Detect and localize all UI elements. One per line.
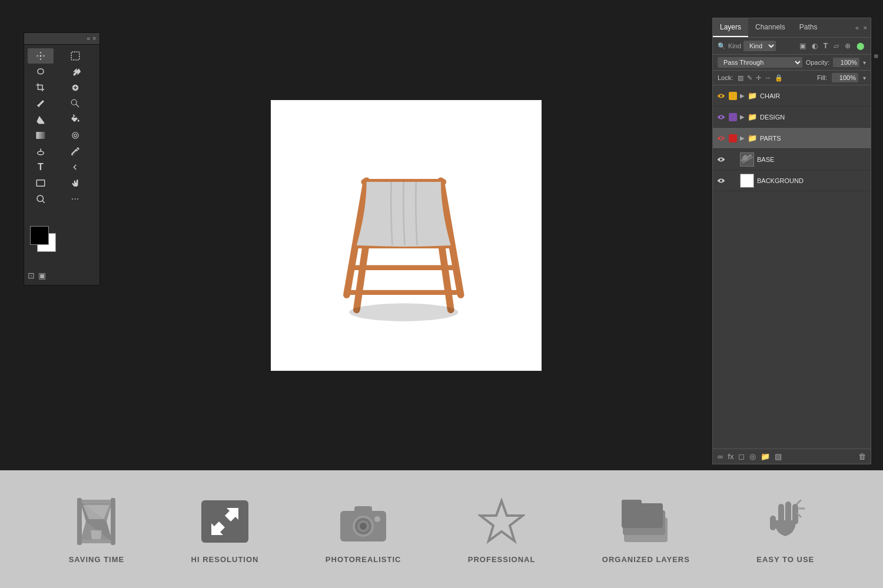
eyedropper-tool[interactable] [62, 64, 88, 79]
layer-design-visibility[interactable] [716, 112, 726, 122]
filter-text-icon[interactable]: T [822, 41, 829, 51]
hi-res-icon [198, 495, 251, 548]
filter-smart-icon[interactable]: ⊕ [843, 41, 852, 51]
layer-background-visibility[interactable] [716, 176, 726, 185]
panel-bottom-toolbar: ∞ fx ◻ ◎ 📁 ▨ 🗑 [713, 449, 871, 464]
layer-chair-visibility[interactable] [716, 91, 726, 101]
svg-marker-40 [480, 501, 523, 541]
svg-line-12 [357, 240, 367, 310]
fill-input[interactable] [832, 73, 858, 82]
saving-time-icon [70, 495, 123, 548]
crop-tool[interactable] [28, 80, 54, 95]
filter-shape-icon[interactable]: ▱ [832, 41, 841, 51]
svg-rect-46 [622, 500, 642, 506]
link-layers-btn[interactable]: ∞ [718, 452, 723, 461]
layer-parts[interactable]: ▶ 📁 PARTS [713, 128, 871, 149]
layer-design-color [729, 113, 737, 121]
svg-rect-50 [770, 516, 776, 530]
brush-tool[interactable] [28, 96, 54, 111]
quick-mask-btn[interactable]: ⊡ [28, 271, 35, 280]
filter-pixel-icon[interactable]: ▣ [798, 41, 808, 51]
layer-effects-btn[interactable]: fx [728, 452, 733, 461]
gradient-tool[interactable] [28, 128, 54, 143]
text-tool[interactable]: T [28, 160, 54, 175]
layer-background[interactable]: BACKGROUND [713, 170, 871, 191]
clone-stamp-tool[interactable] [62, 96, 88, 111]
lock-image-icon[interactable]: ✎ [747, 74, 752, 82]
panel-close-btn[interactable]: × [864, 24, 867, 31]
foreground-color-swatch[interactable] [30, 226, 49, 245]
layer-parts-folder-icon: 📁 [748, 134, 757, 142]
lock-position-icon[interactable]: ✛ [756, 74, 761, 82]
opacity-input[interactable] [833, 58, 859, 67]
panel-collapse-btn[interactable]: « [855, 24, 859, 31]
delete-layer-btn[interactable]: 🗑 [858, 452, 866, 461]
layer-parts-color [729, 134, 737, 142]
svg-line-51 [797, 500, 801, 504]
opacity-arrow[interactable]: ▾ [863, 59, 866, 66]
spot-heal-tool[interactable] [62, 80, 88, 95]
filter-kind-select[interactable]: Kind [743, 41, 776, 51]
tab-layers[interactable]: Layers [713, 18, 748, 37]
lasso-tool[interactable] [28, 64, 54, 79]
new-fill-adjustment-btn[interactable]: ◎ [749, 452, 756, 461]
svg-rect-45 [622, 503, 663, 528]
toolbar-header: « × [24, 33, 99, 45]
lock-all-icon[interactable]: 🔒 [775, 74, 783, 82]
layer-chair[interactable]: ▶ 📁 CHAIR [713, 85, 871, 107]
filter-adjustment-icon[interactable]: ◐ [810, 41, 819, 51]
organized-layers-label: ORGANIZED LAYERS [602, 555, 690, 564]
fill-arrow[interactable]: ▾ [863, 75, 866, 81]
toolbar-collapse-btn[interactable]: « [87, 35, 91, 42]
new-group-btn[interactable]: 📁 [761, 452, 770, 461]
svg-point-18 [349, 303, 458, 321]
layer-design-name: DESIGN [760, 114, 867, 121]
photorealistic-label: PHOTOREALISTIC [326, 555, 401, 564]
screen-mode-btn[interactable]: ▣ [38, 271, 46, 280]
paint-bucket-tool[interactable] [62, 112, 88, 127]
blur-tool[interactable] [62, 128, 88, 143]
hand-tool[interactable] [62, 175, 88, 191]
layer-design[interactable]: ▶ 📁 DESIGN [713, 107, 871, 128]
tab-channels[interactable]: Channels [748, 18, 792, 37]
tab-paths[interactable]: Paths [792, 18, 825, 37]
layer-base-thumb [740, 152, 754, 167]
move-tool[interactable] [28, 48, 54, 64]
blend-mode-row: Pass Through Normal Multiply Screen Opac… [713, 55, 871, 71]
svg-point-9 [37, 195, 44, 202]
marquee-tool[interactable] [62, 48, 88, 64]
add-mask-btn[interactable]: ◻ [738, 452, 745, 461]
eraser-tool[interactable] [28, 112, 54, 127]
more-tools[interactable]: ··· [62, 191, 88, 207]
professional-label: PROFESSIONAL [468, 555, 536, 564]
lock-transparent-icon[interactable]: ▨ [738, 74, 743, 82]
svg-point-38 [360, 523, 367, 530]
pen-tool[interactable] [62, 144, 88, 159]
svg-point-6 [38, 151, 44, 155]
color-swatches[interactable] [30, 226, 65, 258]
blend-mode-select[interactable]: Pass Through Normal Multiply Screen [718, 57, 802, 68]
fill-label: Fill: [817, 74, 827, 81]
layer-parts-expand[interactable]: ▶ [740, 135, 745, 141]
layer-base-visibility[interactable] [716, 155, 726, 164]
layers-list: ▶ 📁 CHAIR ▶ 📁 DESIGN ▶ [713, 85, 871, 449]
svg-point-4 [72, 132, 78, 139]
zoom-tool[interactable] [28, 191, 54, 207]
layer-design-expand[interactable]: ▶ [740, 114, 745, 120]
lock-artboard-icon[interactable]: ↔ [765, 74, 771, 82]
layer-background-name: BACKGROUND [757, 177, 867, 184]
rectangle-tool[interactable] [28, 175, 54, 191]
dodge-tool[interactable] [28, 144, 54, 159]
canvas-area [100, 0, 712, 470]
layer-base[interactable]: BASE [713, 149, 871, 170]
new-layer-btn[interactable]: ▨ [775, 452, 782, 461]
toolbar-close-btn[interactable]: × [92, 35, 96, 42]
opacity-label: Opacity: [806, 59, 829, 66]
filter-search-icon: 🔍 [718, 42, 726, 50]
panel-menu-btn[interactable]: ≡ [874, 52, 878, 61]
path-selection-tool[interactable] [62, 160, 88, 175]
layer-parts-visibility[interactable] [716, 134, 726, 143]
svg-line-13 [441, 240, 451, 310]
layer-chair-expand[interactable]: ▶ [740, 92, 745, 99]
filter-toggle-icon[interactable]: ⬤ [855, 41, 866, 51]
